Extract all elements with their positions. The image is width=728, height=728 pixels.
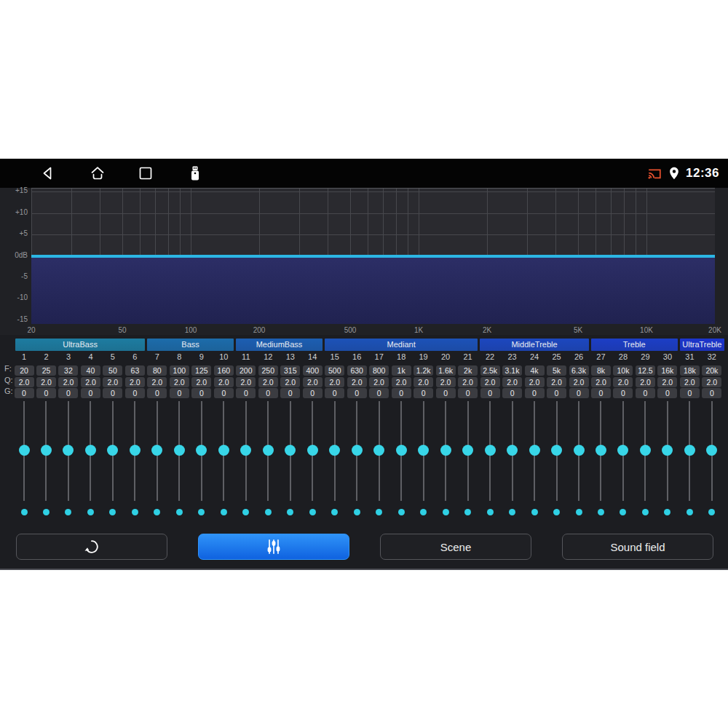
q-adjust-dot[interactable] — [198, 509, 205, 515]
q-adjust-dot[interactable] — [43, 509, 50, 515]
head-unit-screen: 12:36 +15+10+50dB-5-10-15 20501002005001… — [0, 159, 728, 570]
gain-slider-handle[interactable] — [617, 445, 628, 456]
q-adjust-dot[interactable] — [176, 509, 183, 515]
gain-slider-handle[interactable] — [529, 445, 540, 456]
page-canvas: 12:36 +15+10+50dB-5-10-15 20501002005001… — [0, 0, 728, 728]
gain-slider-handle[interactable] — [307, 445, 318, 456]
q-adjust-dot[interactable] — [398, 509, 405, 515]
q-adjust-dot[interactable] — [87, 509, 94, 515]
reset-button[interactable] — [16, 534, 167, 560]
gain-slider-handle[interactable] — [706, 445, 717, 456]
gain-slider-handle[interactable] — [174, 445, 185, 456]
q-adjust-dot[interactable] — [242, 509, 249, 515]
soundfield-button-label: Sound field — [610, 541, 665, 553]
gain-slider-handle[interactable] — [352, 445, 363, 456]
gain-slider-handle[interactable] — [418, 445, 429, 456]
q-adjust-dot[interactable] — [708, 509, 715, 515]
q-adjust-dot[interactable] — [464, 509, 471, 515]
gain-slider-handle[interactable] — [107, 445, 118, 456]
q-adjust-dot[interactable] — [132, 509, 138, 515]
q-adjust-dot[interactable] — [354, 509, 360, 515]
q-adjust-dot[interactable] — [487, 509, 494, 515]
gain-slider-handle[interactable] — [596, 445, 606, 456]
gain-slider-handle[interactable] — [130, 445, 141, 456]
equalizer-icon — [264, 537, 283, 556]
q-adjust-dot[interactable] — [21, 509, 28, 515]
gain-slider-handle[interactable] — [240, 445, 251, 456]
gain-slider-handle[interactable] — [551, 445, 562, 456]
reset-icon — [82, 537, 101, 556]
q-adjust-dot[interactable] — [664, 509, 670, 515]
gain-slider-handle[interactable] — [63, 445, 74, 456]
gain-slider-handle[interactable] — [285, 445, 296, 456]
q-adjust-dot[interactable] — [154, 509, 160, 515]
q-adjust-dot[interactable] — [287, 509, 293, 515]
q-adjust-dot[interactable] — [443, 509, 449, 515]
gain-slider-handle[interactable] — [396, 445, 407, 456]
q-adjust-dot[interactable] — [420, 509, 427, 515]
gain-slider-handle[interactable] — [263, 445, 274, 456]
q-adjust-dot[interactable] — [531, 509, 538, 515]
gain-slider-handle[interactable] — [196, 445, 207, 456]
scene-button[interactable]: Scene — [380, 534, 531, 560]
equalizer-button[interactable] — [198, 534, 349, 560]
soundfield-button[interactable]: Sound field — [562, 534, 713, 560]
q-adjust-dot[interactable] — [620, 509, 626, 515]
q-adjust-dot[interactable] — [576, 509, 582, 515]
q-adjust-dot[interactable] — [331, 509, 338, 515]
gain-slider-handle[interactable] — [85, 445, 96, 456]
gain-slider-handle[interactable] — [462, 445, 473, 456]
gain-sliders — [0, 159, 728, 570]
q-adjust-dot[interactable] — [598, 509, 604, 515]
q-adjust-dot[interactable] — [553, 509, 560, 515]
q-adjust-dot[interactable] — [687, 509, 693, 515]
scene-button-label: Scene — [440, 541, 472, 553]
gain-slider-handle[interactable] — [329, 445, 340, 456]
q-adjust-dot[interactable] — [642, 509, 649, 515]
q-adjust-dot[interactable] — [265, 509, 272, 515]
gain-slider-handle[interactable] — [373, 445, 384, 456]
screen-bottom-edge — [0, 569, 728, 570]
q-adjust-dot[interactable] — [376, 509, 382, 515]
gain-slider-handle[interactable] — [41, 445, 52, 456]
q-adjust-dot[interactable] — [109, 509, 116, 515]
q-adjust-dot[interactable] — [65, 509, 71, 515]
gain-slider-handle[interactable] — [151, 445, 162, 456]
q-adjust-dot[interactable] — [509, 509, 515, 515]
gain-slider-handle[interactable] — [684, 445, 695, 456]
gain-slider-handle[interactable] — [440, 445, 451, 456]
gain-slider-handle[interactable] — [574, 445, 585, 456]
gain-slider-handle[interactable] — [218, 445, 229, 456]
gain-slider-handle[interactable] — [662, 445, 673, 456]
gain-slider-handle[interactable] — [640, 445, 651, 456]
q-adjust-dot[interactable] — [309, 509, 316, 515]
gain-slider-handle[interactable] — [485, 445, 496, 456]
q-adjust-dot[interactable] — [221, 509, 227, 515]
gain-slider-handle[interactable] — [19, 445, 30, 456]
gain-slider-handle[interactable] — [507, 445, 518, 456]
